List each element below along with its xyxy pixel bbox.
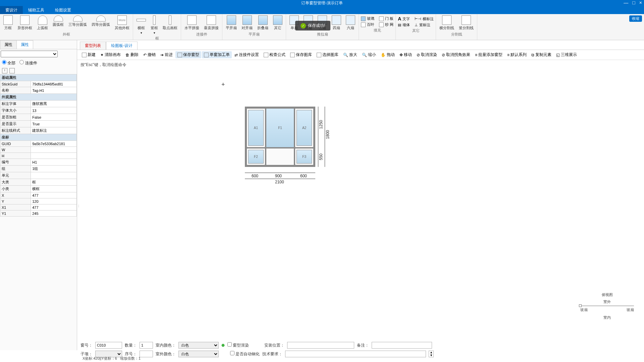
top-view-panel: 俯视图 室外 玻扇玻扇 室内 (580, 292, 634, 320)
sheet-icon (204, 53, 209, 57)
dim-h2: 550 (319, 154, 323, 160)
new-icon (82, 53, 87, 57)
tech-label: 技术要求： (262, 351, 282, 357)
outframe-arc[interactable]: 圆弧框 (51, 15, 65, 31)
tb-delete[interactable]: 🗑删除 (123, 51, 141, 58)
spinner-icon[interactable]: ▲▼ (429, 351, 434, 357)
slide-6[interactable]: 六扇 (344, 15, 357, 31)
tb-redo[interactable]: ➔前进 (158, 51, 175, 58)
tb-batch-add[interactable]: ≡批量添加窗型 (473, 51, 504, 58)
auto-steel-checkbox[interactable]: 是否自动钢化 (230, 351, 260, 357)
grid-icon[interactable] (9, 68, 15, 73)
batch-icon: ≡ (475, 53, 477, 57)
zoomout-icon: 🔍 (362, 53, 367, 57)
tb-new[interactable]: 新建 (80, 51, 98, 58)
outframe-toparc[interactable]: 上弧框 (36, 15, 49, 31)
tb-pan[interactable]: ✋拖动 (379, 51, 397, 58)
inner-color-select[interactable]: 白色 (178, 342, 219, 349)
casement-double[interactable]: 对开扇 (240, 15, 254, 31)
close-icon[interactable]: × (639, 0, 642, 5)
tb-move[interactable]: ✥移动 (397, 51, 414, 58)
tb-select-lib[interactable]: 选择图库 (315, 51, 340, 58)
window-id-label: 窗号： (80, 343, 93, 348)
status-bar: X坐标:420||Y坐标：6 缩放倍数：1 (80, 355, 143, 362)
outer-color-select[interactable]: 白色 (178, 351, 219, 357)
casement-fold[interactable]: 折叠扇 (256, 15, 270, 31)
tb-cancel-corner[interactable]: ⊘取消拐角效果 (440, 51, 472, 58)
menu-design[interactable]: 窗设计 (0, 6, 23, 14)
trash-icon: 🗑 (125, 53, 129, 57)
tech-input[interactable] (285, 351, 426, 357)
tb-zoomin[interactable]: 🔍放大 (341, 51, 359, 58)
tb-worksheet[interactable]: 单窗加工单 (202, 51, 232, 58)
anno-wall[interactable]: ▤墙体 ⊥竖标注 (398, 22, 434, 27)
tb-undo[interactable]: ↶撤销 (141, 51, 158, 58)
radio-all[interactable]: 全部 (2, 60, 15, 66)
remark-label: 备注： (357, 343, 369, 348)
casement-single[interactable]: 平开扇 (224, 15, 238, 31)
qty-input[interactable] (140, 342, 153, 349)
tab-design[interactable]: 绘图板-设计 (106, 42, 138, 50)
tb-zoomout[interactable]: 🔍缩小 (360, 51, 378, 58)
left-tab-props[interactable]: 属性 (0, 40, 17, 49)
splitter[interactable]: ⋮ (77, 59, 79, 350)
group-casement-label: 平开扇 (249, 32, 260, 37)
vjoin[interactable]: 垂直拼接 (203, 15, 220, 31)
cancel-icon: ⊘ (442, 53, 445, 57)
mesh-icon (379, 22, 384, 27)
tb-save-lib[interactable]: 保存图库 (288, 51, 314, 58)
outframe-irregular[interactable]: 异形外框 (16, 15, 34, 31)
tb-clear[interactable]: ✦清除画布 (98, 51, 123, 58)
sort-icon[interactable]: ↕ (2, 68, 7, 73)
vframe[interactable]: 竖框▾ (149, 15, 159, 35)
menu-draw-settings[interactable]: 绘图设置 (50, 6, 76, 14)
fill-blinds[interactable]: 百叶 纱 网 (361, 22, 393, 27)
tab-window-list[interactable]: 窗型列表 (80, 42, 106, 50)
remark-input[interactable] (372, 342, 432, 349)
tb-check-formula[interactable]: 检查公式 (262, 51, 287, 58)
tb-3d[interactable]: ◱三维展示 (554, 51, 579, 58)
window-id-input[interactable] (95, 342, 122, 349)
radio-connector[interactable]: 连接件 (19, 60, 37, 66)
group-other-label: 其它 (412, 28, 420, 33)
outer-color-label: 室外颜色： (156, 351, 176, 357)
tb-default-series[interactable]: ≡默认系列 (505, 51, 529, 58)
outframe-other[interactable]: More其他外框 (113, 15, 131, 31)
left-dropdown[interactable] (1, 51, 58, 57)
install-input[interactable] (287, 342, 354, 349)
tb-cancel-render[interactable]: ⊘取消渲染 (415, 51, 439, 58)
tb-copy[interactable]: ⧉复制元素 (529, 51, 553, 58)
series-icon: ≡ (507, 53, 509, 57)
link-icon: ⇄ (234, 53, 238, 57)
cube-icon: ◱ (556, 53, 560, 57)
split-h[interactable]: 横分割线 (438, 15, 455, 31)
tb-save[interactable]: 保存窗型 (175, 51, 201, 58)
fill-glass[interactable]: 玻璃 门 板 (361, 16, 393, 21)
left-tab-props2[interactable]: 属性 (16, 40, 33, 49)
tb-conn-settings[interactable]: ⇄连接件设置 (232, 51, 261, 58)
hframe[interactable]: 横框▾ (135, 15, 147, 35)
hjoin[interactable]: 水平拼接 (183, 15, 201, 31)
blinds-icon (361, 22, 366, 27)
slide-4[interactable]: 四扇 (330, 15, 342, 31)
outframe-arc4[interactable]: 四等分圆弧 (90, 15, 111, 31)
split-v[interactable]: 竖分割线 (458, 15, 475, 31)
menu-aux[interactable]: 辅助工具 (23, 6, 50, 14)
minimize-icon[interactable]: — (624, 0, 628, 5)
render-checkbox[interactable]: 窗型渲染 (227, 342, 249, 348)
outframe-arc3[interactable]: 三等分圆弧 (67, 15, 88, 31)
ribbon-collapse-button[interactable]: 收缩 (629, 15, 642, 22)
group-split-label: 分割线 (451, 32, 462, 37)
undo-icon: ↶ (143, 53, 147, 57)
check-icon: ✓ (301, 23, 306, 28)
outframe-square[interactable]: 方框 (2, 15, 14, 31)
casement-other[interactable]: 其它 (272, 15, 284, 31)
dim-h1: 1250 (319, 120, 323, 129)
point-frame[interactable]: 取点画框 (161, 15, 179, 35)
zoomin-icon: 🔍 (343, 53, 348, 57)
drawing-canvas[interactable]: A1 F1 A2 F2 F3 600 900 600 2100 (77, 70, 644, 350)
add-color-icon[interactable]: ⊕ (221, 343, 225, 348)
maximize-icon[interactable]: □ (632, 0, 635, 5)
anno-text[interactable]: A文字 ⊢⊣横标注 (398, 16, 434, 21)
lib-select-icon (317, 53, 321, 57)
